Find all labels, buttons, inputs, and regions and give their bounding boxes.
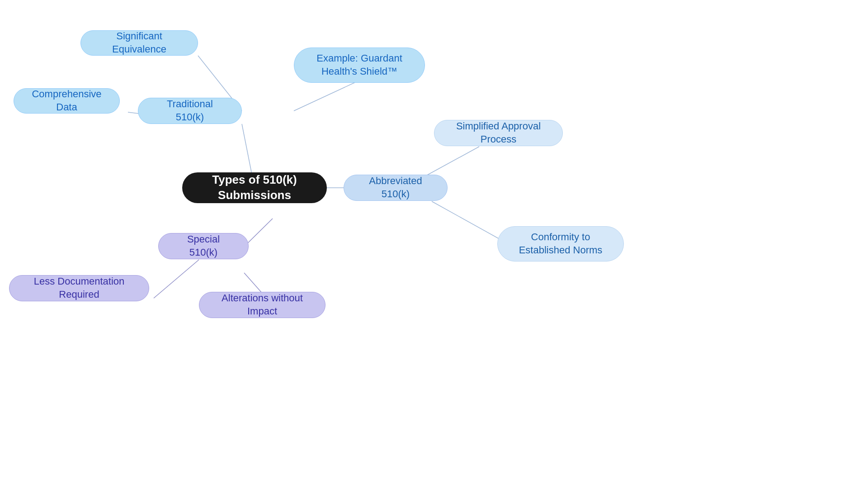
significant-equivalence-node: Significant Equivalence [80, 30, 198, 56]
abbreviated-node: Abbreviated 510(k) [344, 175, 448, 201]
center-node: Types of 510(k) Submissions [182, 172, 327, 203]
svg-line-5 [420, 147, 479, 179]
comprehensive-data-node: Comprehensive Data [14, 88, 120, 114]
svg-line-8 [154, 260, 199, 298]
conformity-node: Conformity to Established Norms [497, 226, 624, 262]
svg-line-7 [244, 219, 273, 247]
less-documentation-node: Less Documentation Required [9, 275, 149, 301]
alterations-node: Alterations without Impact [199, 292, 326, 318]
simplified-approval-node: Simplified Approval Process [434, 120, 563, 146]
svg-line-3 [294, 81, 357, 111]
special-node: Special 510(k) [158, 233, 249, 259]
traditional-node: Traditional 510(k) [138, 98, 242, 124]
guardant-node: Example: Guardant Health's Shield™ [294, 48, 425, 83]
